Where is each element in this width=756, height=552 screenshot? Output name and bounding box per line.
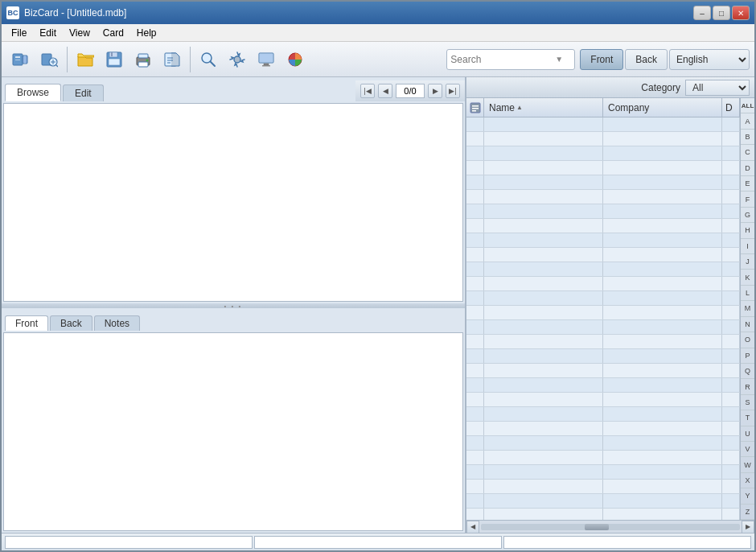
row-icon (466, 175, 484, 189)
tab-edit[interactable]: Edit (63, 84, 104, 101)
alpha-index-item-t[interactable]: T (741, 410, 754, 426)
table-row[interactable] (466, 306, 740, 320)
alpha-index-item-m[interactable]: M (741, 301, 754, 316)
menu-file[interactable]: File (5, 26, 33, 40)
alpha-index-item-c[interactable]: C (741, 145, 754, 160)
table-row[interactable] (466, 146, 740, 161)
table-row[interactable] (466, 451, 740, 465)
alpha-index-item-n[interactable]: N (741, 317, 754, 332)
table-row[interactable] (466, 480, 740, 494)
menu-card[interactable]: Card (97, 26, 130, 40)
table-row[interactable] (466, 378, 740, 393)
table-row[interactable] (466, 465, 740, 480)
table-row[interactable] (466, 161, 740, 175)
menu-view[interactable]: View (63, 26, 97, 40)
zoom-button[interactable] (35, 46, 63, 73)
alpha-index-item-s[interactable]: S (741, 395, 754, 410)
row-d (722, 190, 740, 204)
table-row[interactable] (466, 132, 740, 146)
alpha-index-item-x[interactable]: X (741, 473, 754, 488)
table-row[interactable] (466, 233, 740, 248)
scroll-track[interactable] (481, 524, 740, 530)
table-row[interactable] (466, 393, 740, 407)
table-row[interactable] (466, 248, 740, 262)
alpha-index-item-z[interactable]: Z (741, 505, 754, 520)
table-row[interactable] (466, 204, 740, 219)
alpha-index-item-g[interactable]: G (741, 208, 754, 223)
nav-last-button[interactable]: ▶| (446, 84, 460, 98)
settings-button[interactable] (224, 46, 251, 73)
search-input[interactable] (450, 54, 555, 65)
back-view-button[interactable]: Back (625, 49, 668, 70)
tab-notes[interactable]: Notes (94, 315, 140, 331)
col-header-d[interactable]: D (722, 98, 740, 117)
alpha-index-item-h[interactable]: H (741, 223, 754, 238)
alpha-index-item-p[interactable]: P (741, 348, 754, 364)
alpha-index-item-k[interactable]: K (741, 270, 754, 285)
alpha-index-item-f[interactable]: F (741, 192, 754, 207)
category-select[interactable]: All Business Personal Family (685, 80, 750, 96)
col-header-company[interactable]: Company (603, 98, 722, 117)
menu-edit[interactable]: Edit (33, 26, 63, 40)
table-row[interactable] (466, 335, 740, 349)
scroll-thumb[interactable] (585, 524, 609, 530)
maximize-button[interactable]: □ (713, 6, 730, 20)
table-row[interactable] (466, 277, 740, 291)
alpha-index-item-i[interactable]: I (741, 239, 754, 254)
print-button[interactable] (129, 46, 157, 73)
alpha-index-item-y[interactable]: Y (741, 488, 754, 504)
table-row[interactable] (466, 117, 740, 132)
language-select[interactable]: English Japanese Chinese Korean French G… (669, 49, 750, 70)
tab-browse[interactable]: Browse (5, 84, 61, 101)
nav-prev-button[interactable]: ◀ (378, 84, 392, 98)
alpha-index-item-d[interactable]: D (741, 161, 754, 176)
table-row[interactable] (466, 291, 740, 306)
col-header-name[interactable]: Name ▲ (484, 98, 603, 117)
alpha-index-item-all[interactable]: ALL (741, 98, 754, 113)
table-row[interactable] (466, 494, 740, 509)
alpha-index-item-j[interactable]: J (741, 254, 754, 270)
table-row[interactable] (466, 349, 740, 364)
scroll-right-button[interactable]: ▶ (742, 521, 754, 533)
alpha-index-item-l[interactable]: L (741, 286, 754, 301)
table-header-icon[interactable] (466, 98, 484, 117)
table-row[interactable] (466, 407, 740, 422)
front-view-button[interactable]: Front (580, 49, 623, 70)
tab-back[interactable]: Back (50, 315, 92, 331)
save-button[interactable] (101, 46, 128, 73)
find-button[interactable] (195, 46, 222, 73)
close-button[interactable]: ✕ (732, 6, 750, 20)
alpha-index-item-b[interactable]: B (741, 130, 754, 145)
alpha-index-item-u[interactable]: U (741, 426, 754, 442)
table-row[interactable] (466, 364, 740, 378)
row-d (722, 219, 740, 233)
table-row[interactable] (466, 320, 740, 335)
table-row[interactable] (466, 509, 740, 520)
table-row[interactable] (466, 262, 740, 277)
alpha-index-item-a[interactable]: A (741, 113, 754, 129)
tab-front[interactable]: Front (5, 315, 48, 331)
alpha-index-item-r[interactable]: R (741, 379, 754, 394)
open-button[interactable] (72, 46, 99, 73)
table-row[interactable] (466, 175, 740, 190)
scan-button[interactable] (6, 46, 34, 73)
table-row[interactable] (466, 219, 740, 233)
table-row[interactable] (466, 422, 740, 436)
scroll-left-button[interactable]: ◀ (466, 521, 479, 533)
alpha-index-item-o[interactable]: O (741, 332, 754, 348)
nav-first-button[interactable]: |◀ (360, 84, 375, 98)
alpha-index-item-w[interactable]: W (741, 457, 754, 472)
nav-next-button[interactable]: ▶ (428, 84, 442, 98)
alpha-index-item-v[interactable]: V (741, 442, 754, 457)
table-row[interactable] (466, 436, 740, 451)
export-button[interactable] (158, 46, 186, 73)
alpha-index-item-e[interactable]: E (741, 176, 754, 192)
menu-help[interactable]: Help (130, 26, 163, 40)
minimize-button[interactable]: – (693, 6, 711, 20)
monitor-button[interactable] (253, 46, 280, 73)
chart-button[interactable] (281, 46, 309, 73)
alpha-index-item-q[interactable]: Q (741, 364, 754, 379)
search-dropdown-icon[interactable]: ▼ (555, 55, 563, 64)
table-row[interactable] (466, 190, 740, 204)
row-company (603, 291, 722, 305)
